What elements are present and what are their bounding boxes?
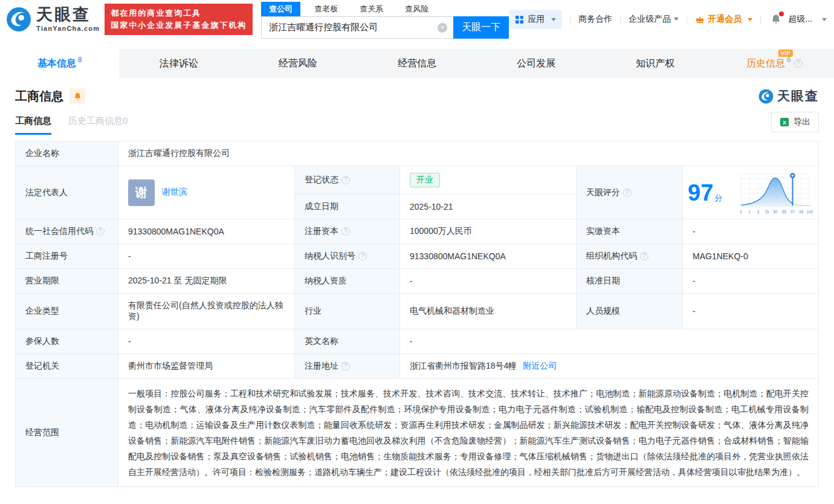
divider bbox=[570, 15, 571, 24]
score-label: 天眼评分? bbox=[577, 166, 683, 219]
score-distribution-chart: 0 1 3 15 50 85 97 99 100 bbox=[739, 170, 813, 216]
slogan-line1: 都在用的商业查询工具 bbox=[111, 7, 247, 19]
company-name-label: 企业名称 bbox=[16, 141, 118, 166]
business-info-table: 企业名称 浙江吉曜通行控股有限公司 法定代表人 谢谢世滨 登记状态? 开业 天眼… bbox=[15, 141, 819, 487]
industry-value: 电气机械和器材制造业 bbox=[400, 294, 577, 329]
subtab-history-business-info[interactable]: 历史工商信息0 bbox=[68, 115, 128, 135]
crown-icon bbox=[695, 15, 705, 24]
legal-rep-label: 法定代表人 bbox=[16, 166, 118, 219]
reg-address-value: 浙江省衢州市报智路18号4幢 bbox=[410, 361, 517, 370]
score-value: 97分 bbox=[688, 181, 722, 204]
org-code-value: MAG1NEKQ-0 bbox=[683, 244, 819, 269]
apps-grid-icon bbox=[515, 15, 524, 24]
top-header: 天眼查 TianYanCha.com 都在用的商业查询工具 国家中小企业发展子基… bbox=[0, 0, 834, 39]
apps-label: 应用 bbox=[528, 14, 545, 25]
help-icon[interactable]: ? bbox=[341, 176, 350, 184]
help-icon[interactable]: ? bbox=[640, 252, 648, 260]
reg-address-label: 注册地址? bbox=[295, 354, 400, 379]
legal-rep-link[interactable]: 谢世滨 bbox=[162, 187, 187, 196]
paid-capital-label: 实缴资本 bbox=[577, 219, 683, 244]
reg-number-value: - bbox=[118, 244, 295, 269]
export-button[interactable]: X 导出 bbox=[771, 112, 819, 132]
chevron-down-icon bbox=[674, 18, 679, 21]
search-tab-risk[interactable]: 查风险 bbox=[397, 2, 436, 16]
divider bbox=[687, 15, 687, 24]
watermark-logo: 天眼查 bbox=[758, 88, 819, 105]
help-icon[interactable]: ? bbox=[794, 59, 803, 68]
chevron-down-icon bbox=[551, 18, 556, 21]
table-row: 企业名称 浙江吉曜通行控股有限公司 bbox=[16, 141, 819, 166]
subscribe-bell-icon[interactable] bbox=[70, 88, 85, 104]
tab-company-development[interactable]: 公司发展 bbox=[477, 49, 596, 78]
english-name-label: 英文名称 bbox=[295, 329, 400, 354]
search-button[interactable]: 天眼一下 bbox=[453, 16, 509, 39]
slogan-banner: 都在用的商业查询工具 国家中小企业发展子基金旗下机构 bbox=[105, 4, 253, 35]
excel-icon: X bbox=[780, 117, 789, 127]
tab-history-info[interactable]: 历史信息6 ? VIP bbox=[715, 49, 834, 78]
open-vip-button[interactable]: 开通会员 bbox=[695, 14, 752, 25]
avatar[interactable]: 谢 bbox=[128, 179, 155, 206]
reg-status-label: 登记状态? bbox=[295, 166, 400, 195]
divider bbox=[760, 15, 761, 24]
chevron-down-icon[interactable] bbox=[822, 18, 827, 21]
svg-text:X: X bbox=[783, 120, 786, 126]
eye-logo-icon bbox=[758, 89, 774, 104]
table-row: 法定代表人 谢谢世滨 登记状态? 开业 天眼评分? 97分 bbox=[16, 166, 819, 195]
username[interactable]: 超级... bbox=[788, 14, 812, 25]
svg-text:0: 0 bbox=[740, 209, 742, 213]
notification-bell-icon[interactable] bbox=[770, 13, 782, 25]
clear-search-icon[interactable]: × bbox=[438, 23, 447, 33]
apps-button[interactable]: 应用 bbox=[509, 10, 562, 29]
chevron-down-icon bbox=[748, 18, 752, 21]
svg-text:85: 85 bbox=[782, 209, 787, 213]
tab-operation-risk[interactable]: 经营风险 bbox=[238, 49, 357, 78]
help-icon[interactable]: ? bbox=[341, 227, 350, 236]
logo-domain: TianYanCha.com bbox=[36, 25, 100, 32]
help-icon[interactable]: ? bbox=[623, 189, 632, 197]
search-tab-relation[interactable]: 查关系 bbox=[352, 2, 391, 16]
svg-text:3: 3 bbox=[757, 209, 760, 213]
business-term-value: 2025-10-21 至 无固定期限 bbox=[118, 269, 295, 294]
company-name-value: 浙江吉曜通行控股有限公司 bbox=[118, 141, 819, 166]
enterprise-products-link[interactable]: 企业级产品 bbox=[629, 14, 679, 25]
tab-basic-info[interactable]: 基本信息8 bbox=[0, 49, 119, 78]
svg-text:97: 97 bbox=[790, 209, 795, 213]
credit-code-value: 91330800MAG1NEKQ0A bbox=[118, 219, 295, 244]
table-row: 经营范围 一般项目：控股公司服务；工程和技术研究和试验发展；技术服务、技术开发、… bbox=[16, 379, 819, 487]
tab-legal-litigation[interactable]: 法律诉讼 bbox=[119, 49, 238, 78]
search-input[interactable] bbox=[261, 16, 453, 39]
tab-intellectual-property[interactable]: 知识产权 bbox=[596, 49, 715, 78]
help-icon[interactable]: ? bbox=[96, 227, 105, 236]
search-tab-boss[interactable]: 查老板 bbox=[306, 2, 346, 16]
staff-size-value: - bbox=[683, 294, 819, 329]
svg-text:100: 100 bbox=[807, 209, 813, 213]
tab-count: 6 bbox=[787, 56, 791, 64]
table-row: 登记机关 衢州市市场监督管理局 注册地址? 浙江省衢州市报智路18号4幢附近公司 bbox=[16, 354, 819, 379]
establish-date-value: 2025-10-21 bbox=[400, 195, 577, 219]
insured-count-value: - bbox=[118, 329, 295, 354]
svg-text:15: 15 bbox=[764, 209, 769, 213]
subtab-business-info[interactable]: 工商信息 bbox=[15, 115, 51, 135]
english-name-value: - bbox=[400, 329, 819, 354]
tianyancha-logo[interactable]: 天眼查 TianYanCha.com bbox=[6, 7, 100, 32]
paid-capital-value: - bbox=[683, 219, 819, 244]
nearby-companies-link[interactable]: 附近公司 bbox=[523, 361, 557, 370]
header-right-nav: 应用 商务合作 企业级产品 开通会员 超级... bbox=[509, 10, 827, 29]
tab-operation-info[interactable]: 经营信息 bbox=[357, 49, 476, 78]
search-tab-company[interactable]: 查公司 bbox=[261, 2, 300, 16]
help-icon[interactable]: ? bbox=[341, 362, 350, 370]
eye-logo-icon bbox=[6, 7, 31, 32]
search-area: 查公司 查老板 查关系 查风险 × 天眼一下 bbox=[261, 2, 509, 39]
legal-rep-cell: 谢谢世滨 bbox=[118, 166, 295, 219]
svg-text:99: 99 bbox=[799, 209, 804, 213]
business-coop-link[interactable]: 商务合作 bbox=[578, 14, 612, 25]
business-scope-value: 一般项目：控股公司服务；工程和技术研究和试验发展；技术服务、技术开发、技术咨询、… bbox=[118, 379, 819, 487]
logo-title: 天眼查 bbox=[36, 7, 100, 23]
divider bbox=[620, 15, 621, 24]
company-type-label: 企业类型 bbox=[16, 294, 118, 329]
credit-code-label: 统一社会信用代码? bbox=[16, 219, 118, 244]
staff-size-label: 人员规模 bbox=[577, 294, 683, 329]
help-icon[interactable]: ? bbox=[358, 252, 367, 260]
company-type-value: 有限责任公司(自然人投资或控股的法人独资) bbox=[118, 294, 295, 329]
score-cell: 97分 bbox=[683, 166, 819, 219]
